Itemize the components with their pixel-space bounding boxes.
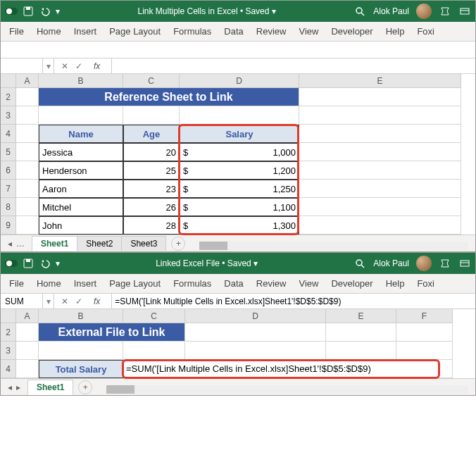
cell-name[interactable]: Jessica [39,143,123,161]
autosave-toggle-icon[interactable] [5,257,18,270]
user-name[interactable]: Alok Paul [373,258,409,268]
coming-soon-icon[interactable] [439,257,451,270]
cell[interactable] [299,143,461,161]
user-avatar[interactable] [416,4,432,19]
cell[interactable] [123,106,180,125]
tab-review[interactable]: Review [256,278,287,289]
row-header[interactable]: 2 [1,323,16,342]
cell[interactable] [185,342,326,360]
tab-help[interactable]: Help [386,26,405,37]
add-sheet-icon[interactable]: + [78,380,92,394]
select-all-corner[interactable] [1,74,16,88]
col-header[interactable]: D [185,309,326,323]
row-header[interactable]: 8 [1,198,16,216]
cell[interactable] [16,143,39,161]
col-header[interactable]: B [39,309,123,323]
cell-age[interactable]: 26 [123,198,180,216]
cancel-icon[interactable]: ✕ [61,296,68,306]
select-all-corner[interactable] [1,309,16,323]
col-header[interactable]: C [123,309,185,323]
cell-salary[interactable]: $1,200 [180,161,299,180]
qat-dropdown-icon[interactable]: ▾ [56,6,60,16]
tab-insert[interactable]: Insert [74,278,97,289]
tab-developer[interactable]: Developer [331,26,372,37]
cell[interactable] [16,180,39,198]
cell-name[interactable]: Henderson [39,161,123,180]
cell-salary[interactable]: $1,300 [180,216,299,235]
ribbon-display-icon[interactable] [458,257,471,270]
tab-help[interactable]: Help [386,278,405,289]
cell-salary[interactable]: $1,250 [180,180,299,198]
cell[interactable] [16,198,39,216]
cell[interactable] [299,161,461,180]
sheet-nav-prev-icon[interactable]: ◂ [8,382,12,392]
enter-icon[interactable]: ✓ [75,61,82,71]
cell-age[interactable]: 25 [123,161,180,180]
qat-dropdown-icon[interactable]: ▾ [56,258,60,268]
cell[interactable] [185,323,326,342]
col-header[interactable]: E [326,309,396,323]
horizontal-scrollbar[interactable] [199,242,468,250]
tab-home[interactable]: Home [37,26,61,37]
banner-title[interactable]: Reference Sheet to Link [39,88,299,106]
horizontal-scrollbar[interactable] [106,385,468,394]
tab-home[interactable]: Home [37,278,61,289]
col-header[interactable]: E [299,74,461,88]
undo-icon[interactable] [39,5,51,18]
tab-view[interactable]: View [299,26,318,37]
cell[interactable] [16,216,39,235]
name-box[interactable] [1,58,43,73]
row-header[interactable]: 4 [1,360,16,378]
cell[interactable] [16,161,39,180]
user-avatar[interactable] [416,256,432,271]
autosave-toggle-icon[interactable] [5,5,18,18]
name-box-dropdown-icon[interactable]: ▾ [43,294,54,308]
user-name[interactable]: Alok Paul [373,6,409,16]
save-icon[interactable] [22,5,35,18]
cell[interactable] [396,342,453,360]
scrollbar-thumb[interactable] [106,385,134,394]
cell[interactable] [299,125,461,143]
name-box[interactable]: SUM [1,294,43,308]
tab-data[interactable]: Data [224,278,243,289]
add-sheet-icon[interactable]: + [171,237,185,251]
cell[interactable] [326,342,396,360]
fx-icon[interactable]: fx [89,61,104,71]
ribbon-display-icon[interactable] [458,5,471,18]
cell[interactable] [123,342,185,360]
col-header[interactable]: C [123,74,180,88]
tab-insert[interactable]: Insert [74,26,97,37]
cell[interactable] [180,106,299,125]
cell[interactable] [39,342,123,360]
cell-age[interactable]: 23 [123,180,180,198]
cell[interactable] [396,323,453,342]
row-header[interactable]: 9 [1,216,16,235]
cell[interactable] [16,342,39,360]
banner-title[interactable]: External File to Link [39,323,185,342]
tab-page-layout[interactable]: Page Layout [109,26,161,37]
tab-developer[interactable]: Developer [331,278,372,289]
tab-review[interactable]: Review [256,26,287,37]
col-header[interactable]: A [16,74,39,88]
name-box-dropdown-icon[interactable]: ▾ [43,58,54,73]
total-salary-label[interactable]: Total Salary [39,360,123,378]
cell-salary[interactable]: $1,100 [180,198,299,216]
cell[interactable] [299,180,461,198]
tab-file[interactable]: File [9,26,24,37]
cancel-icon[interactable]: ✕ [61,61,68,71]
tab-view[interactable]: View [299,278,318,289]
tab-data[interactable]: Data [224,26,243,37]
row-header[interactable]: 3 [1,342,16,360]
cell[interactable] [16,323,39,342]
cell[interactable] [299,106,461,125]
col-header[interactable]: A [16,309,39,323]
row-header[interactable]: 7 [1,180,16,198]
cell[interactable] [16,106,39,125]
tab-formulas[interactable]: Formulas [173,26,211,37]
sheet-tab-sheet1[interactable]: Sheet1 [32,236,77,251]
table-header-salary[interactable]: Salary [180,125,299,143]
sheet-tab-sheet1[interactable]: Sheet1 [27,380,73,395]
sheet-nav-more-icon[interactable]: … [16,239,25,249]
scrollbar-thumb[interactable] [199,242,227,250]
cell-age[interactable]: 20 [123,143,180,161]
